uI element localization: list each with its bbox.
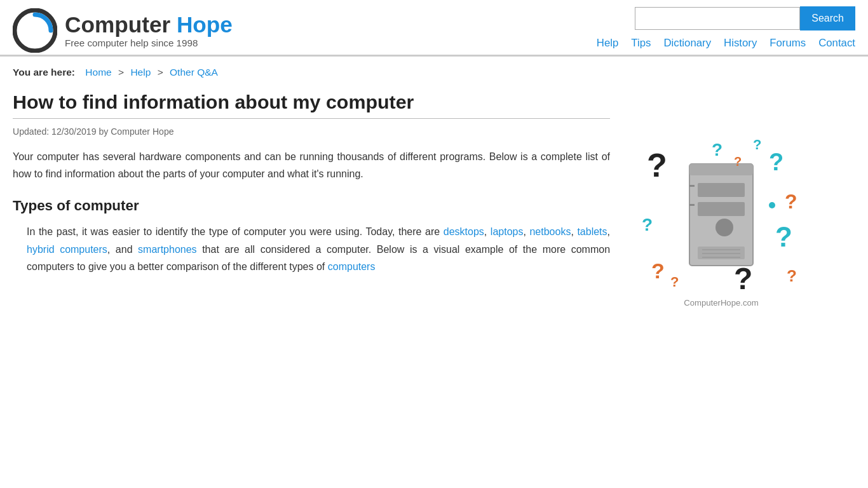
svg-rect-10: [689, 185, 695, 187]
article-meta: Updated: 12/30/2019 by Computer Hope: [13, 126, 610, 137]
svg-text:?: ?: [642, 215, 653, 234]
breadcrumb-label: You are here:: [13, 67, 75, 78]
section-types-title: Types of computer: [13, 198, 610, 214]
svg-text:?: ?: [769, 149, 783, 175]
svg-text:?: ?: [647, 147, 667, 184]
nav-forums[interactable]: Forums: [770, 37, 806, 50]
svg-text:?: ?: [734, 154, 742, 168]
logo-icon: [13, 8, 57, 53]
article-divider: [13, 118, 610, 119]
article: How to find information about my compute…: [13, 91, 610, 308]
article-intro: Your computer has several hardware compo…: [13, 148, 610, 182]
computer-illustration: ? ? ? ? ? ? ? ? ? ? ? ?: [635, 129, 807, 294]
sidebar-image: ? ? ? ? ? ? ? ? ? ? ? ? ComputerHo: [629, 91, 813, 308]
link-netbooks[interactable]: netbooks: [529, 226, 571, 237]
svg-text:?: ?: [670, 274, 679, 290]
link-desktops[interactable]: desktops: [444, 226, 484, 237]
svg-text:?: ?: [775, 221, 792, 252]
link-laptops[interactable]: laptops: [491, 226, 524, 237]
sep5: , and: [107, 244, 138, 255]
article-title: How to find information about my compute…: [13, 91, 610, 113]
svg-rect-4: [698, 202, 745, 216]
svg-point-5: [715, 219, 733, 236]
search-button[interactable]: Search: [800, 6, 855, 30]
logo-text: Computer Hope Free computer help since 1…: [65, 13, 233, 48]
svg-text:?: ?: [787, 266, 797, 285]
svg-text:?: ?: [734, 262, 752, 294]
sep2: ,: [523, 226, 529, 237]
link-hybrid-computers[interactable]: hybrid computers: [27, 244, 107, 255]
main-content: How to find information about my compute…: [0, 78, 826, 320]
nav-dictionary[interactable]: Dictionary: [663, 37, 711, 50]
breadcrumb-arrow1: >: [118, 67, 126, 78]
search-input[interactable]: [635, 7, 800, 30]
link-computers[interactable]: computers: [328, 261, 376, 272]
tagline: Free computer help since 1998: [65, 37, 233, 48]
brand-name: Computer Hope: [65, 13, 233, 37]
brand-name-colored: Hope: [177, 12, 233, 37]
link-smartphones[interactable]: smartphones: [138, 244, 197, 255]
nav-tips[interactable]: Tips: [631, 37, 651, 50]
nav-links: Help Tips Dictionary History Forums Cont…: [597, 37, 855, 55]
svg-rect-11: [689, 204, 695, 206]
sep1: ,: [484, 226, 491, 237]
link-tablets[interactable]: tablets: [577, 226, 607, 237]
types-para-start: In the past, it was easier to identify t…: [27, 226, 444, 237]
breadcrumb-arrow2: >: [158, 67, 166, 78]
sep3: ,: [571, 226, 577, 237]
logo-area: Computer Hope Free computer help since 1…: [13, 8, 233, 53]
sep4: ,: [607, 226, 610, 237]
svg-text:?: ?: [712, 140, 722, 159]
svg-rect-2: [689, 164, 753, 175]
breadcrumb-home[interactable]: Home: [85, 67, 111, 78]
image-caption: ComputerHope.com: [684, 298, 758, 308]
breadcrumb: You are here: Home > Help > Other Q&A: [0, 57, 868, 78]
nav-history[interactable]: History: [724, 37, 757, 50]
site-header: Computer Hope Free computer help since 1…: [0, 0, 868, 57]
svg-text:?: ?: [753, 137, 761, 152]
breadcrumb-other-qa[interactable]: Other Q&A: [170, 67, 218, 78]
breadcrumb-help[interactable]: Help: [130, 67, 151, 78]
types-paragraph: In the past, it was easier to identify t…: [27, 223, 610, 275]
search-form: Search: [635, 6, 855, 30]
nav-help[interactable]: Help: [597, 37, 619, 50]
svg-text:?: ?: [651, 259, 665, 283]
nav-contact[interactable]: Contact: [818, 37, 855, 50]
svg-rect-3: [698, 183, 745, 197]
svg-text:?: ?: [785, 190, 797, 213]
header-right: Search Help Tips Dictionary History Foru…: [597, 6, 855, 55]
svg-point-24: [769, 202, 775, 208]
